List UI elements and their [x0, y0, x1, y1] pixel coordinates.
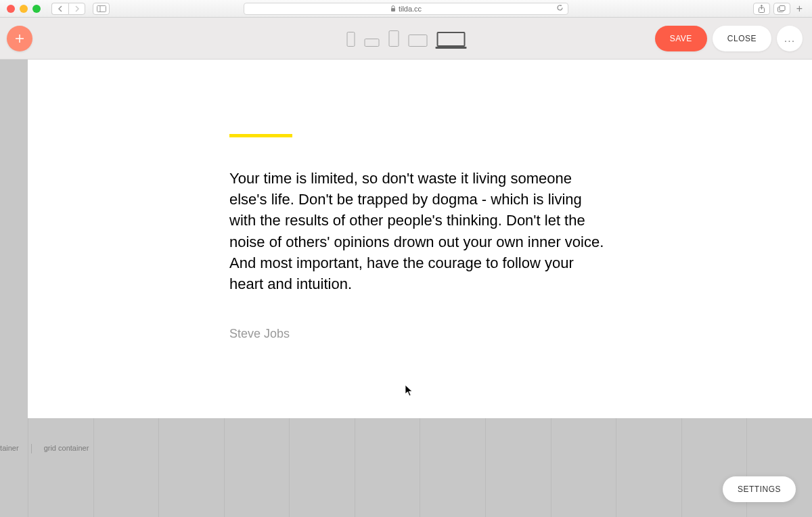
share-button[interactable] — [753, 3, 770, 15]
device-phone-landscape-icon[interactable] — [365, 39, 380, 47]
new-tab-button[interactable]: + — [794, 3, 805, 15]
lock-icon — [390, 5, 396, 13]
more-button[interactable]: ... — [777, 26, 803, 51]
settings-button[interactable]: SETTINGS — [723, 476, 796, 502]
save-button[interactable]: SAVE — [655, 26, 707, 51]
address-bar[interactable]: tilda.cc — [244, 3, 568, 15]
sidebar-toggle-button[interactable] — [93, 3, 110, 15]
add-block-button[interactable] — [7, 26, 32, 51]
minimize-window-icon[interactable] — [20, 5, 28, 13]
accent-divider[interactable] — [229, 134, 292, 137]
url-text: tilda.cc — [399, 5, 422, 13]
editor-toolbar: SAVE CLOSE ... — [0, 18, 812, 60]
tabs-button[interactable] — [773, 3, 790, 15]
quote-text[interactable]: Your time is limited, so don't waste it … — [229, 168, 608, 294]
breadcrumb-item[interactable]: ntainer — [0, 444, 19, 453]
device-phone-portrait-icon[interactable] — [347, 32, 355, 47]
svg-rect-6 — [780, 5, 785, 10]
device-desktop-icon[interactable] — [437, 32, 466, 47]
forward-button[interactable] — [68, 3, 85, 15]
svg-rect-2 — [391, 8, 395, 12]
content-block[interactable]: Your time is limited, so don't waste it … — [28, 60, 812, 418]
browser-chrome: tilda.cc + — [0, 0, 812, 18]
breadcrumb-separator — [31, 444, 32, 453]
close-button[interactable]: CLOSE — [713, 26, 771, 51]
breadcrumb-path: ntainer grid container — [0, 444, 89, 453]
device-tablet-portrait-icon[interactable] — [389, 30, 399, 47]
quote-author[interactable]: Steve Jobs — [229, 327, 290, 341]
nav-buttons — [51, 3, 85, 15]
device-preview-switcher — [347, 30, 466, 47]
close-window-icon[interactable] — [7, 5, 15, 13]
toolbar-actions: SAVE CLOSE ... — [655, 26, 803, 51]
window-controls — [7, 5, 41, 13]
device-tablet-landscape-icon[interactable] — [409, 35, 428, 47]
maximize-window-icon[interactable] — [32, 5, 41, 13]
back-button[interactable] — [51, 3, 68, 15]
svg-rect-0 — [97, 5, 106, 12]
breadcrumb-item[interactable]: grid container — [44, 444, 89, 453]
chrome-right-controls: + — [753, 3, 805, 15]
editor-canvas[interactable]: Your time is limited, so don't waste it … — [0, 60, 812, 517]
reload-icon[interactable] — [556, 4, 564, 13]
